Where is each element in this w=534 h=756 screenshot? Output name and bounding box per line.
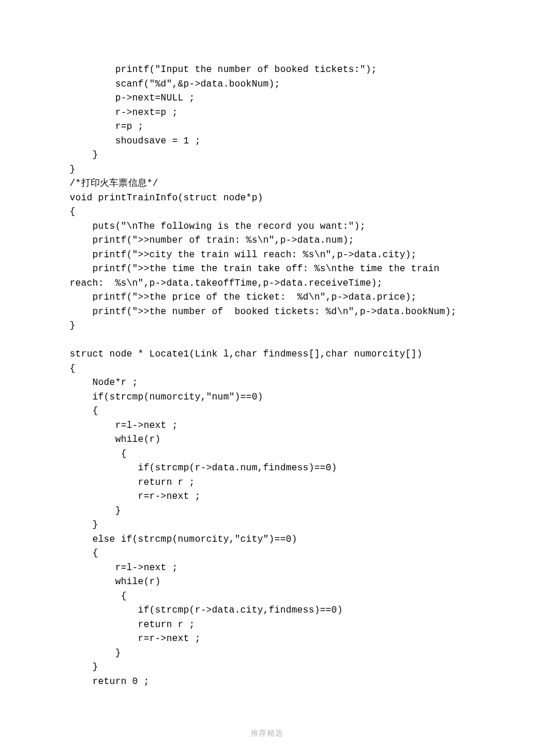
code-line: r=r->next ; — [70, 491, 200, 502]
page-footer: 推荐精选 — [0, 728, 534, 739]
code-line: /*打印火车票信息*/ — [70, 178, 158, 189]
code-line: { — [70, 548, 98, 559]
code-line: r=l->next ; — [70, 563, 178, 573]
code-line: { — [70, 449, 127, 459]
code-line: } — [70, 648, 121, 658]
code-line: Node*r ; — [70, 377, 138, 388]
code-line: printf("Input the number of booked ticke… — [70, 64, 377, 75]
code-line: printf(">>the number of booked tickets: … — [70, 307, 457, 317]
code-line: printf(">>the price of the ticket: %d\n"… — [70, 292, 417, 303]
code-line: else if(strcmp(numorcity,"city")==0) — [70, 534, 297, 545]
code-line: printf(">>city the train will reach: %s\… — [70, 250, 417, 260]
code-line: struct node * Locate1(Link l,char findme… — [70, 349, 423, 359]
code-line: } — [70, 520, 98, 530]
code-line: return r ; — [70, 620, 195, 630]
code-line: } — [70, 321, 75, 331]
code-line: reach: %s\n",p->data.takeoffTime,p->data… — [70, 278, 383, 289]
code-line: } — [70, 662, 98, 672]
code-line: r->next=p ; — [70, 107, 178, 118]
code-line: } — [70, 164, 75, 175]
code-line: { — [70, 591, 127, 602]
code-line: return r ; — [70, 477, 195, 488]
document-page: printf("Input the number of booked ticke… — [0, 0, 534, 756]
code-line: return 0 ; — [70, 676, 149, 687]
code-line: p->next=NULL ; — [70, 93, 195, 103]
code-line: puts("\nThe following is the record you … — [70, 221, 366, 232]
code-line: void printTrainInfo(struct node*p) — [70, 193, 263, 203]
code-line: { — [70, 207, 75, 217]
code-line: printf(">>number of train: %s\n",p->data… — [70, 235, 354, 246]
code-line: printf(">>the time the train take off: %… — [70, 264, 439, 274]
code-line: } — [70, 150, 98, 160]
code-line: r=p ; — [70, 121, 143, 132]
code-line: { — [70, 363, 75, 374]
code-block: printf("Input the number of booked ticke… — [70, 63, 464, 689]
code-line: while(r) — [70, 434, 161, 445]
code-line: if(strcmp(numorcity,"num")==0) — [70, 392, 263, 402]
code-line: } — [70, 506, 121, 516]
code-line: { — [70, 406, 98, 416]
code-line: r=r->next ; — [70, 633, 200, 644]
code-line: scanf("%d",&p->data.bookNum); — [70, 79, 280, 89]
code-line: while(r) — [70, 577, 161, 587]
code-line: r=l->next ; — [70, 420, 178, 431]
code-line: shoudsave = 1 ; — [70, 136, 200, 146]
code-line: if(strcmp(r->data.city,findmess)==0) — [70, 605, 342, 615]
code-line: if(strcmp(r->data.num,findmess)==0) — [70, 463, 337, 473]
